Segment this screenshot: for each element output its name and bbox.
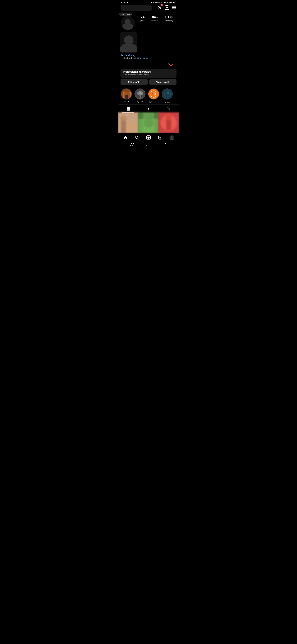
profile-section: Edit profile 74 posts 846 followers 1,17… [118, 12, 179, 53]
bio-description: content writer at @thezoomit [121, 57, 176, 59]
followers-stat[interactable]: 846 followers [151, 15, 159, 22]
nav-add-button[interactable] [145, 134, 152, 141]
svg-rect-47 [128, 108, 129, 109]
highlight-circle-2 [134, 88, 146, 100]
svg-rect-37 [154, 93, 154, 95]
podcast-icon-svg [150, 90, 158, 98]
svg-rect-22 [172, 7, 176, 8]
profile-nav-img [169, 135, 174, 140]
cafe-image [135, 89, 146, 100]
svg-rect-35 [152, 93, 152, 95]
alarm-icon [153, 2, 154, 4]
tab-reels[interactable] [138, 105, 159, 113]
highlight-circle-1 [121, 88, 132, 100]
nav-reels-button[interactable] [156, 134, 164, 141]
svg-point-66 [144, 118, 153, 128]
highlight-sport[interactable]: ورزش [162, 88, 173, 103]
menu-button[interactable] [172, 6, 176, 10]
reels-nav-icon [158, 136, 162, 140]
nav-search-button[interactable] [133, 134, 141, 141]
action-buttons: Edit profile Share profile [120, 79, 177, 85]
nav-icons: 9+ [157, 5, 176, 10]
photo-1-img [118, 112, 139, 133]
nav-home-button[interactable] [121, 134, 129, 141]
photo-3-img [158, 112, 179, 133]
highlight-circle-3 [148, 88, 159, 100]
pro-dashboard[interactable]: Professional dashboard 2.9K views in the… [120, 68, 177, 78]
svg-rect-7 [161, 2, 162, 4]
status-right: Vo) 4G+ Vo) 52% [150, 2, 176, 4]
photo-1[interactable] [118, 112, 139, 133]
svg-rect-11 [167, 2, 167, 4]
bio-text-content: content writer at [121, 57, 137, 59]
signal-icon-2 [166, 2, 168, 4]
avatar[interactable] [121, 16, 135, 30]
svg-rect-39 [155, 93, 156, 95]
battery-icon [173, 2, 176, 4]
tab-grid[interactable] [118, 105, 138, 113]
svg-rect-23 [172, 8, 176, 9]
highlight-cafe[interactable]: کافه‌گردی [134, 88, 146, 103]
svg-rect-21 [172, 6, 176, 6]
svg-rect-6 [161, 3, 161, 4]
svg-rect-12 [167, 2, 168, 4]
svg-rect-49 [127, 110, 128, 110]
back-button[interactable] [131, 143, 133, 146]
grid-icon [127, 107, 130, 110]
top-nav: 9+ [118, 4, 179, 12]
svg-rect-2 [151, 3, 152, 3]
sport-image [162, 89, 173, 100]
photo-grid [118, 113, 179, 133]
posts-stat[interactable]: 74 posts [140, 15, 145, 22]
persian-number: ۱۳ [129, 1, 132, 4]
share-profile-button[interactable]: Share profile [149, 79, 177, 85]
highlight-circle-4 [162, 88, 173, 100]
svg-point-33 [139, 92, 142, 94]
home-gesture[interactable] [146, 142, 150, 147]
tab-tagged[interactable] [159, 105, 179, 113]
svg-point-78 [160, 137, 160, 138]
arrow-down-icon [168, 60, 174, 67]
bottom-nav-items [118, 134, 179, 141]
share-a-badge: Edit profile [119, 12, 132, 16]
posts-count: 74 [141, 15, 144, 19]
stats-row: 74 posts 846 followers 1,170 following [137, 14, 176, 22]
photo-2-img [138, 112, 159, 133]
svg-rect-38 [155, 92, 155, 96]
threads-badge: 9+ [160, 4, 163, 6]
photo-3[interactable] [158, 112, 179, 133]
status-left: 10:56 ✔ ۱۳ [121, 1, 132, 4]
arch-image [121, 89, 132, 100]
highlight-daneshgah[interactable]: دانشگاه [121, 88, 132, 103]
svg-rect-50 [128, 110, 129, 110]
tagged-icon [167, 107, 170, 110]
hamburger-icon [172, 6, 176, 9]
svg-rect-31 [140, 96, 141, 98]
home-icon [123, 136, 127, 140]
home-dot [125, 140, 126, 140]
home-gesture-icon [146, 142, 150, 146]
avatar-silhouette [121, 16, 135, 30]
content-tabs [118, 104, 179, 113]
recents-button[interactable] [162, 143, 166, 146]
highlight-podcast[interactable]: پادکست‌بازی [148, 88, 159, 103]
bio-mention[interactable]: @thezoomit [137, 57, 148, 59]
status-bar: 10:56 ✔ ۱۳ Vo) 4G+ Vo) 52% [118, 0, 179, 4]
svg-point-58 [169, 108, 169, 108]
bio-category[interactable]: Personal blog [121, 54, 176, 56]
svg-rect-40 [162, 89, 173, 100]
svg-rect-44 [128, 107, 129, 108]
nav-profile-button[interactable] [168, 134, 176, 141]
profile-top-row: Edit profile 74 posts 846 followers 1,17… [121, 14, 176, 30]
photo-2[interactable] [138, 112, 159, 133]
add-post-button[interactable] [165, 6, 169, 10]
following-stat[interactable]: 1,170 following [165, 15, 173, 22]
highlights-row: دانشگاه کافه‌گردی [118, 86, 179, 104]
threads-button[interactable]: 9+ [157, 5, 162, 10]
edit-profile-button[interactable]: Edit profile [120, 79, 148, 85]
profile-picture-large [120, 32, 137, 52]
svg-rect-8 [162, 2, 162, 4]
svg-rect-82 [146, 143, 149, 146]
svg-rect-13 [168, 2, 168, 4]
svg-rect-9 [162, 2, 162, 4]
